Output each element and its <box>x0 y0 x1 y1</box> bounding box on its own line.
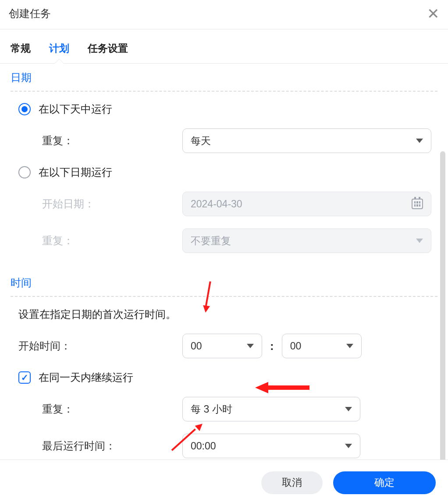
radio-run-on-days[interactable] <box>18 103 31 115</box>
scrollbar-thumb[interactable] <box>440 151 445 460</box>
scrollbar[interactable] <box>440 151 446 460</box>
section-time-title: 时间 <box>11 273 437 296</box>
checkbox-continue-same-day-label: 在同一天内继续运行 <box>39 371 133 385</box>
cancel-button[interactable]: 取消 <box>261 471 323 494</box>
select-no-repeat-value: 不要重复 <box>191 234 416 248</box>
section-date-title: 日期 <box>11 68 437 91</box>
label-no-repeat: 重复： <box>42 234 182 248</box>
select-last-run-time-value: 00:00 <box>191 440 345 452</box>
input-start-date-value: 2024-04-30 <box>191 198 242 210</box>
create-task-dialog: 创建任务 ✕ 常规 计划 任务设置 日期 在以下天中运行 重复： 每天 在以下日… <box>0 0 448 499</box>
dialog-header: 创建任务 ✕ <box>0 0 448 29</box>
dialog-footer: 取消 确定 <box>0 460 448 499</box>
select-repeat-days[interactable]: 每天 <box>182 128 431 153</box>
select-start-hour-value: 00 <box>191 340 247 352</box>
tab-general[interactable]: 常规 <box>11 42 31 63</box>
select-repeat-days-value: 每天 <box>191 134 416 148</box>
chevron-down-icon <box>416 239 423 243</box>
label-repeat-days: 重复： <box>42 134 182 148</box>
chevron-down-icon <box>345 444 352 448</box>
tab-schedule[interactable]: 计划 <box>49 42 69 63</box>
time-colon: : <box>262 339 282 353</box>
radio-run-on-days-label: 在以下天中运行 <box>39 102 112 116</box>
tab-bar: 常规 计划 任务设置 <box>0 29 448 64</box>
select-start-minute[interactable]: 00 <box>282 334 362 358</box>
dialog-body: 日期 在以下天中运行 重复： 每天 在以下日期运行 开始日期： 2024-04-… <box>0 64 448 460</box>
select-start-hour[interactable]: 00 <box>182 334 262 358</box>
select-time-repeat[interactable]: 每 3 小时 <box>182 397 360 421</box>
select-last-run-time[interactable]: 00:00 <box>182 434 360 458</box>
tab-task-settings[interactable]: 任务设置 <box>88 42 128 63</box>
radio-run-on-date-label: 在以下日期运行 <box>39 165 112 179</box>
label-start-date: 开始日期： <box>42 197 182 211</box>
label-last-run-time: 最后运行时间： <box>42 439 182 453</box>
divider <box>11 296 437 297</box>
ok-button[interactable]: 确定 <box>333 471 436 494</box>
label-start-time: 开始时间： <box>18 339 182 353</box>
chevron-down-icon <box>345 407 352 411</box>
time-description: 设置在指定日期的首次运行时间。 <box>18 307 437 321</box>
checkbox-continue-same-day[interactable]: ✓ <box>18 371 31 384</box>
input-start-date: 2024-04-30 <box>182 192 431 216</box>
calendar-icon <box>412 199 423 209</box>
select-no-repeat: 不要重复 <box>182 228 431 253</box>
select-time-repeat-value: 每 3 小时 <box>191 403 345 416</box>
chevron-down-icon <box>346 344 353 348</box>
select-start-minute-value: 00 <box>290 340 346 352</box>
close-icon[interactable]: ✕ <box>427 6 439 21</box>
radio-run-on-date[interactable] <box>18 166 31 178</box>
divider <box>11 91 437 92</box>
dialog-title: 创建任务 <box>9 7 51 21</box>
chevron-down-icon <box>247 344 254 348</box>
chevron-down-icon <box>416 139 423 143</box>
label-time-repeat: 重复： <box>42 402 182 416</box>
